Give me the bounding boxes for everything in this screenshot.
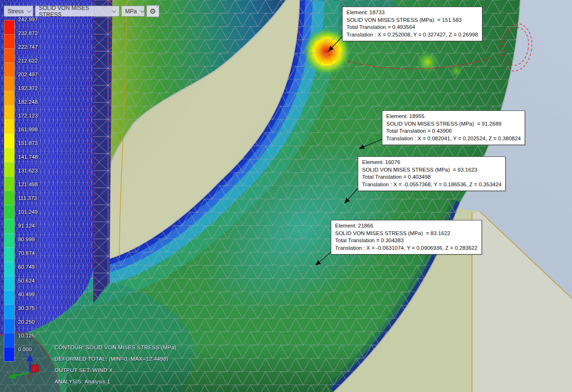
legend-color-segment — [4, 191, 14, 205]
legend-tick-label: 182.248 — [18, 99, 38, 105]
callout-stress-value: SOLID VON MISES STRESS (MPa) = 93.1623 — [362, 166, 501, 174]
callout-stress-value: SOLID VON MISES STRESS (MPa) = 91.2689 — [386, 120, 521, 128]
legend-bar — [4, 20, 15, 362]
callout-element-id: Element: 18955 — [386, 113, 521, 120]
legend-tick-label: 131.623 — [18, 168, 38, 173]
units-label: MPa — [125, 8, 137, 15]
units-dropdown[interactable]: MPa — [121, 6, 145, 17]
fea-scene — [0, 0, 572, 392]
callout-translation-xyz: Translation : X = -0.0557368, Y = 0.1865… — [362, 181, 501, 189]
element-callout[interactable]: Element: 18955 SOLID VON MISES STRESS (M… — [382, 110, 525, 145]
legend-tick-label: 70.874 — [18, 250, 35, 256]
callout-total-translation: Total Translation = 0.403498 — [362, 173, 501, 181]
contour-info-line: CONTOUR: SOLID VON MISES STRESS (MPa) — [54, 345, 176, 350]
legend-color-segment — [4, 105, 14, 119]
element-callout[interactable]: Element: 16076 SOLID VON MISES STRESS (M… — [358, 156, 506, 191]
callout-translation-xyz: Translation : X = 0.252008, Y = 0.327427… — [346, 31, 478, 39]
legend-tick-label: 151.873 — [18, 140, 38, 146]
legend-tick-label: 192.372 — [18, 85, 38, 91]
callout-element-id: Element: 16076 — [362, 159, 501, 166]
callout-total-translation: Total Translation = 0.493564 — [346, 24, 478, 31]
callout-element-id: Element: 21866 — [335, 222, 478, 230]
legend-tick-label: 242.997 — [18, 17, 38, 22]
legend-color-segment — [4, 134, 14, 148]
legend-tick-label: 40.499 — [18, 292, 35, 297]
legend-tick-label: 141.748 — [18, 154, 38, 160]
legend-color-segment — [4, 262, 14, 276]
legend-tick-label: 20.250 — [18, 319, 35, 325]
result-vector-dropdown[interactable]: SOLID VON MISES STRESS — [35, 6, 119, 17]
legend-tick-label: 212.622 — [18, 58, 38, 64]
legend-tick-label: 50.624 — [18, 278, 35, 283]
postprocess-toolbar: Stress SOLID VON MISES STRESS MPa ⚙ ° — [4, 5, 159, 17]
legend-color-segment — [4, 48, 14, 63]
triad-z-label: Z — [23, 351, 27, 358]
deformed-info-line: DEFORMED TOTAL: (MIN=0, MAX=12.4498) — [54, 356, 168, 362]
viewport-3d[interactable]: Stress SOLID VON MISES STRESS MPa ⚙ ° 24… — [0, 0, 572, 392]
legend-color-segment — [4, 304, 14, 319]
legend-tick-label: 232.872 — [18, 30, 38, 36]
legend-color-segment — [4, 319, 14, 333]
vector-category-label: Stress — [8, 8, 24, 15]
navy-strip-member — [93, 0, 112, 303]
legend-color-segment — [4, 233, 14, 247]
vector-category-dropdown[interactable]: Stress — [4, 6, 33, 17]
legend-tick-label: 0.000 — [18, 346, 32, 352]
legend-color-segment — [4, 148, 14, 162]
legend-tick-label: 80.999 — [18, 237, 35, 242]
legend-tick-label: 161.998 — [18, 127, 38, 132]
legend-color-segment — [4, 119, 14, 134]
analysis-info-line: ANALYSIS: Analysis 1 — [54, 379, 110, 384]
callout-total-translation: Total Translation = 0.43906 — [386, 128, 521, 135]
legend-tick-label: 172.123 — [18, 113, 38, 119]
legend-color-segment — [4, 276, 14, 290]
legend-color-segment — [4, 219, 14, 233]
chevron-down-icon — [27, 8, 32, 13]
element-callout[interactable]: Element: 18733 SOLID VON MISES STRESS (M… — [342, 7, 482, 41]
legend-color-segment — [4, 176, 14, 191]
legend-tick-label: 121.498 — [18, 182, 38, 187]
legend-tick-label: 10.125 — [18, 333, 35, 338]
legend-tick-label: 111.373 — [18, 195, 37, 201]
callout-translation-xyz: Translation : X = 0.082041, Y = 0.202524… — [386, 135, 521, 143]
output-set-info-line: OUTPUT SET: WIND X — [54, 367, 113, 373]
legend-color-segment — [4, 77, 14, 91]
legend-color-segment — [4, 20, 14, 34]
chevron-down-icon — [140, 8, 145, 13]
gear-mini-icon: ° — [156, 6, 158, 10]
legend-color-segment — [4, 162, 14, 176]
result-vector-label: SOLID VON MISES STRESS — [39, 5, 109, 18]
chevron-down-icon — [112, 8, 117, 13]
legend-color-segment — [4, 63, 14, 77]
legend-color-segment — [4, 247, 14, 262]
legend-color-segment — [4, 34, 14, 48]
legend-tick-label: 202.497 — [18, 72, 38, 77]
callout-total-translation: Total Translation = 0.304383 — [335, 237, 478, 245]
callout-translation-xyz: Translation : X = -0.0631074, Y = 0.0906… — [335, 245, 478, 252]
contour-legend: 242.997232.872222.747212.622202.497192.3… — [4, 20, 15, 362]
legend-color-segment — [4, 333, 14, 347]
legend-color-segment — [4, 347, 14, 361]
legend-tick-label: 101.249 — [18, 209, 38, 215]
legend-tick-label: 30.375 — [18, 305, 35, 311]
callout-element-id: Element: 18733 — [346, 9, 478, 17]
settings-button[interactable]: ⚙ ° — [146, 5, 159, 17]
callout-stress-value: SOLID VON MISES STRESS (MPa) = 151.583 — [346, 17, 478, 24]
element-callout[interactable]: Element: 21866 SOLID VON MISES STRESS (M… — [331, 220, 482, 255]
callout-stress-value: SOLID VON MISES STRESS (MPa) = 83.1622 — [335, 230, 478, 237]
legend-color-segment — [4, 290, 14, 304]
legend-color-segment — [4, 205, 14, 219]
legend-tick-label: 60.749 — [18, 264, 35, 270]
legend-color-segment — [4, 91, 14, 105]
gear-icon: ⚙ — [150, 7, 156, 16]
legend-tick-label: 222.747 — [18, 44, 38, 50]
legend-tick-label: 91.124 — [18, 223, 35, 228]
